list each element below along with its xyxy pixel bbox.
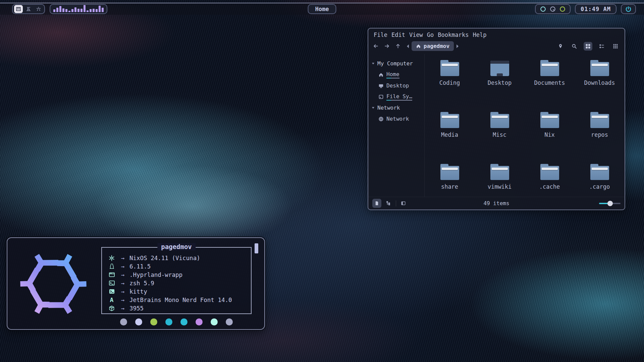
compact-view-button[interactable] bbox=[597, 42, 606, 51]
sidebar-section-network[interactable]: Network bbox=[372, 102, 424, 113]
side-pane-icon bbox=[401, 201, 406, 206]
clock[interactable]: 01:49 AM bbox=[575, 4, 616, 14]
folder-name: Desktop bbox=[488, 79, 512, 86]
status-separator bbox=[396, 200, 396, 206]
folder-item[interactable]: Media bbox=[426, 112, 473, 164]
window-icon bbox=[107, 272, 116, 278]
wm-value: .Hyprland-wrapp bbox=[129, 272, 182, 278]
packages-value: 3955 bbox=[129, 305, 144, 312]
workspace-button-3[interactable] bbox=[34, 5, 43, 13]
arrow-glyph: → bbox=[116, 288, 129, 295]
folder-icon bbox=[440, 60, 459, 76]
power-button[interactable] bbox=[621, 4, 636, 14]
tab-scroll-left-button[interactable] bbox=[406, 44, 410, 48]
menu-file[interactable]: File bbox=[374, 32, 387, 38]
zoom-thumb-handle[interactable] bbox=[607, 201, 613, 206]
indicator-idle-icon[interactable] bbox=[550, 6, 556, 12]
letter-a-glyph: A bbox=[110, 296, 114, 303]
tree-view-icon bbox=[386, 201, 391, 206]
forward-button[interactable] bbox=[384, 43, 390, 49]
toggle-side-pane-button[interactable] bbox=[399, 199, 408, 208]
arrow-glyph: → bbox=[116, 280, 129, 287]
folder-name: vimwiki bbox=[488, 183, 512, 190]
location-pin-icon bbox=[558, 44, 563, 49]
section-label: My Computer bbox=[377, 60, 413, 67]
folder-item[interactable]: Documents bbox=[526, 60, 573, 112]
document-icon bbox=[374, 201, 379, 206]
menu-edit[interactable]: Edit bbox=[391, 32, 405, 38]
terminal-icon bbox=[107, 288, 116, 295]
font-icon: A bbox=[107, 296, 116, 303]
info-row-os: → NixOS 24.11 (Vicuna) bbox=[107, 254, 245, 262]
terminal-cursor bbox=[255, 243, 258, 253]
terminal-color-palette bbox=[101, 318, 252, 325]
workspace-button-2[interactable] bbox=[24, 5, 33, 13]
menu-bookmarks[interactable]: Bookmarks bbox=[438, 32, 469, 38]
info-row-terminal: → kitty bbox=[107, 287, 245, 296]
grid-view-icon bbox=[585, 44, 591, 49]
visualizer-bar bbox=[71, 9, 73, 12]
tab-scroll-right-button[interactable] bbox=[456, 44, 459, 48]
detail-view-button[interactable] bbox=[611, 42, 620, 51]
top-bar-right-modules: 01:49 AM bbox=[535, 4, 636, 14]
arrow-glyph: → bbox=[116, 255, 129, 261]
menu-help[interactable]: Help bbox=[473, 32, 486, 38]
desktop-monitor-icon bbox=[490, 61, 509, 76]
file-manager-body: My Computer Home Desktop bbox=[368, 54, 625, 197]
sidebar-section-my-computer[interactable]: My Computer bbox=[372, 58, 424, 69]
folder-icon bbox=[440, 164, 459, 180]
sidebar-item-label: Home bbox=[386, 71, 399, 78]
info-row-font: A → JetBrains Mono Nerd Font 14.0 bbox=[107, 296, 245, 304]
folder-item[interactable]: Coding bbox=[426, 60, 473, 112]
visualizer-bar bbox=[53, 9, 55, 12]
show-places-button[interactable] bbox=[372, 199, 381, 208]
folder-item[interactable]: Downloads bbox=[576, 60, 623, 112]
menu-bar: File Edit View Go Bookmarks Help bbox=[368, 28, 625, 40]
current-path-tab[interactable]: pagedmov bbox=[412, 41, 454, 51]
menu-view[interactable]: View bbox=[409, 32, 423, 38]
sidebar-item-network[interactable]: Network bbox=[372, 113, 424, 124]
item-count: 49 items bbox=[483, 200, 509, 206]
folder-name: .cargo bbox=[589, 183, 610, 190]
focused-window-title[interactable]: Home bbox=[308, 4, 336, 14]
chevron-left-icon bbox=[406, 44, 410, 48]
zoom-slider[interactable] bbox=[599, 201, 621, 206]
workspace-glyph-four bbox=[16, 6, 21, 12]
nixos-logo bbox=[17, 247, 90, 320]
up-button[interactable] bbox=[395, 43, 401, 49]
icon-view-button[interactable] bbox=[584, 42, 592, 51]
show-tree-button[interactable] bbox=[384, 199, 393, 208]
folder-item[interactable]: repos bbox=[576, 112, 623, 164]
sidebar-item-desktop[interactable]: Desktop bbox=[372, 80, 424, 91]
workspace-button-1[interactable] bbox=[14, 5, 23, 13]
terminal-value: kitty bbox=[129, 288, 147, 295]
status-indicators bbox=[535, 4, 571, 14]
desktop-icon bbox=[378, 83, 384, 88]
arrow-glyph: → bbox=[116, 272, 129, 278]
palette-dot bbox=[135, 318, 142, 325]
indicator-circle-icon[interactable] bbox=[540, 6, 546, 12]
folder-item[interactable]: Nix bbox=[526, 112, 573, 164]
folder-item[interactable]: Misc bbox=[476, 112, 523, 164]
sidebar-item-home[interactable]: Home bbox=[372, 69, 424, 80]
sidebar-item-label: Network bbox=[386, 116, 409, 122]
location-button[interactable] bbox=[556, 42, 565, 51]
visualizer-bar bbox=[77, 9, 79, 12]
folder-item[interactable]: Desktop bbox=[476, 60, 523, 112]
shell-icon bbox=[107, 280, 116, 286]
list-view-icon bbox=[599, 44, 604, 49]
terminal-window[interactable]: pagedmov → NixOS 24.11 (Vicuna) → 6.11.5… bbox=[7, 237, 265, 330]
visualizer-bar bbox=[80, 9, 83, 12]
folder-icon bbox=[490, 112, 509, 128]
up-arrow-icon bbox=[395, 43, 401, 49]
sidebar-item-filesystem[interactable]: File Sy… bbox=[372, 91, 424, 102]
search-button[interactable] bbox=[570, 42, 579, 51]
menu-go[interactable]: Go bbox=[427, 32, 434, 38]
toolbar: pagedmov bbox=[368, 40, 625, 54]
indicator-circle2-icon[interactable] bbox=[559, 6, 566, 12]
folder-icon bbox=[540, 112, 559, 128]
search-icon bbox=[572, 44, 577, 49]
back-button[interactable] bbox=[373, 43, 379, 49]
arrow-glyph: → bbox=[116, 305, 129, 312]
visualizer-bar bbox=[59, 6, 61, 12]
